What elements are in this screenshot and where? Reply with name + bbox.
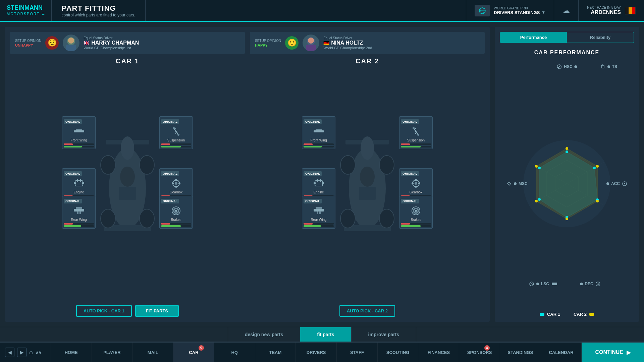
car2-eng-name: Engine bbox=[304, 190, 334, 194]
car-badge: 5 bbox=[199, 345, 204, 351]
svg-rect-40 bbox=[77, 212, 78, 214]
svg-point-44 bbox=[175, 210, 177, 212]
nav-scouting[interactable]: Scouting bbox=[378, 343, 419, 362]
svg-rect-89 bbox=[552, 283, 557, 285]
car1-brk-name: Brakes bbox=[161, 218, 191, 222]
svg-rect-63 bbox=[315, 181, 323, 186]
svg-point-26 bbox=[177, 134, 179, 136]
svg-point-14 bbox=[101, 156, 115, 174]
car1-eng-badge: ORIGINAL bbox=[64, 171, 82, 176]
car1-visual: ORIGINAL Front Wing O bbox=[10, 68, 245, 302]
svg-rect-5 bbox=[66, 45, 76, 51]
nav-back-button[interactable]: ◀ bbox=[5, 348, 14, 357]
nav-team[interactable]: Team bbox=[255, 343, 296, 362]
car-performance-title: CAR PERFORMANCE bbox=[500, 50, 634, 56]
car2-status: HAPPY bbox=[255, 43, 281, 47]
car1-suspension-card[interactable]: ORIGINAL Suspension bbox=[159, 116, 193, 149]
car1-avatar bbox=[63, 35, 79, 51]
svg-rect-67 bbox=[322, 182, 324, 184]
svg-text:∧∨: ∧∨ bbox=[36, 350, 42, 355]
svg-point-50 bbox=[340, 156, 355, 174]
car2-avatar bbox=[303, 35, 319, 51]
svg-point-73 bbox=[418, 182, 420, 184]
car2-brakes-card[interactable]: ORIGINAL Brakes bbox=[399, 196, 433, 229]
svg-rect-27 bbox=[75, 181, 83, 186]
weather-button[interactable]: ☁ bbox=[554, 0, 578, 21]
bottom-nav-controls: ◀ ▶ ⌂ ∧∨ bbox=[0, 343, 51, 362]
next-race-button[interactable]: NEXT RACE IN 5 DAY ARDENNES bbox=[578, 0, 644, 21]
msc-icon bbox=[506, 181, 512, 186]
svg-rect-58 bbox=[316, 129, 322, 130]
nav-forward-button[interactable]: ▶ bbox=[17, 348, 26, 357]
svg-point-37 bbox=[178, 182, 180, 184]
world-gp-button[interactable]: WORLD GRAND PRIX DRIVERS STANDINGS ▼ bbox=[466, 0, 554, 21]
car2-fw-name: Front Wing bbox=[304, 138, 334, 142]
nav-sponsors[interactable]: Sponsors 4 bbox=[459, 343, 500, 362]
nav-finances[interactable]: Finances bbox=[418, 343, 459, 362]
fit-parts-button[interactable]: Fit Parts bbox=[135, 305, 179, 317]
car2-legend: CAR 2 bbox=[574, 312, 594, 317]
svg-point-103 bbox=[566, 150, 568, 153]
tab-fit-parts[interactable]: fit parts bbox=[300, 327, 351, 342]
brand-logo: STEINMANN MOTORSPORT ≡ bbox=[0, 0, 52, 21]
car1-rw-icon bbox=[64, 204, 94, 217]
reliability-tab[interactable]: Reliability bbox=[567, 32, 634, 43]
svg-point-20 bbox=[121, 136, 134, 160]
auto-pick-car2-button[interactable]: Auto Pick - Car 2 bbox=[339, 305, 395, 317]
svg-rect-30 bbox=[74, 182, 76, 184]
svg-point-61 bbox=[413, 127, 415, 129]
continue-button[interactable]: Continue ▶ bbox=[582, 343, 644, 362]
car1-eng-name: Engine bbox=[64, 190, 94, 194]
car2-eng-badge: ORIGINAL bbox=[304, 171, 322, 176]
car2-suspension-card[interactable]: ORIGINAL Suspension bbox=[399, 116, 433, 149]
car1-brk-bars bbox=[161, 223, 191, 227]
svg-point-108 bbox=[538, 167, 541, 169]
car1-brk-icon bbox=[161, 204, 191, 217]
car1-front-wing-card[interactable]: ORIGINAL Front Wing bbox=[62, 116, 96, 149]
bottom-tabs: Design new parts fit parts improve parts bbox=[0, 327, 644, 342]
svg-point-56 bbox=[361, 136, 374, 160]
svg-rect-19 bbox=[119, 187, 136, 200]
lsc-value-icon bbox=[551, 282, 558, 286]
nav-player[interactable]: Player bbox=[92, 343, 133, 362]
car2-visual: ORIGINAL Front Wing O bbox=[250, 68, 485, 302]
svg-rect-38 bbox=[74, 209, 84, 212]
car1-rw-name: Rear Wing bbox=[64, 218, 94, 222]
svg-rect-75 bbox=[316, 207, 322, 209]
nav-mail[interactable]: Mail bbox=[132, 343, 173, 362]
nav-car[interactable]: Car 5 bbox=[173, 343, 214, 362]
tab-improve-parts[interactable]: improve parts bbox=[352, 327, 417, 342]
lsc-icon bbox=[529, 281, 534, 287]
auto-pick-car1-button[interactable]: Auto Pick - Car 1 bbox=[76, 305, 132, 317]
nav-home-icon: ⌂ bbox=[29, 349, 33, 356]
car1-brakes-card[interactable]: ORIGINAL Brakes bbox=[159, 196, 193, 229]
nav-standings[interactable]: Standings bbox=[500, 343, 541, 362]
car2-title: CAR 2 bbox=[356, 57, 379, 65]
car2-sus-bars bbox=[401, 143, 431, 147]
car1-rear-wing-card[interactable]: ORIGINAL Rear Wing bbox=[62, 196, 96, 229]
svg-rect-21 bbox=[74, 130, 84, 132]
car1-gb-icon bbox=[161, 177, 191, 190]
svg-rect-64 bbox=[317, 179, 318, 182]
car2-front-wing-card[interactable]: ORIGINAL Front Wing bbox=[302, 116, 335, 149]
car1-legend-label: CAR 1 bbox=[547, 312, 560, 317]
nav-hq[interactable]: HQ bbox=[214, 343, 255, 362]
nav-calendar[interactable]: Calendar bbox=[541, 343, 582, 362]
msc-label: MSC bbox=[506, 181, 528, 186]
nav-drivers[interactable]: Drivers bbox=[296, 343, 337, 362]
svg-point-110 bbox=[596, 165, 599, 168]
car2-rear-wing-card[interactable]: ORIGINAL Rear Wing bbox=[302, 196, 335, 229]
tab-design-new-parts[interactable]: Design new parts bbox=[228, 327, 300, 342]
car2-section: CAR 2 bbox=[250, 57, 485, 317]
car2-emotion-icon: 🙂 bbox=[285, 36, 299, 50]
car2-driver-type: Equal Status Driver bbox=[323, 36, 480, 40]
performance-tab[interactable]: Performance bbox=[500, 32, 567, 43]
nav-staff[interactable]: Staff bbox=[337, 343, 378, 362]
brand-icon: ≡ bbox=[42, 11, 44, 16]
nav-home[interactable]: Home bbox=[51, 343, 92, 362]
cars-grid: CAR 1 bbox=[10, 57, 485, 317]
svg-point-52 bbox=[340, 209, 355, 228]
acc-label: ACC bbox=[606, 181, 627, 186]
hsc-icon bbox=[556, 64, 562, 69]
svg-point-112 bbox=[566, 218, 568, 220]
